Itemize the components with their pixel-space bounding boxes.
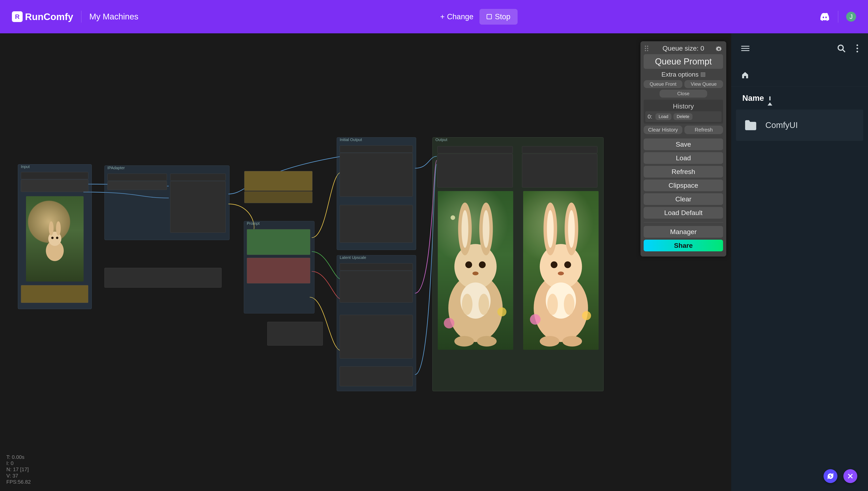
- checkbox-icon[interactable]: [701, 73, 705, 77]
- brand-logo[interactable]: R RunComfy: [12, 11, 73, 22]
- gear-icon[interactable]: [716, 46, 722, 52]
- stop-icon: [487, 14, 492, 19]
- svg-point-31: [558, 271, 564, 276]
- svg-point-21: [497, 307, 507, 316]
- queue-prompt-button[interactable]: Queue Prompt: [644, 54, 723, 69]
- vertical-divider: [838, 11, 838, 23]
- svg-point-39: [838, 45, 843, 50]
- save-button[interactable]: Save: [644, 139, 723, 150]
- svg-point-2: [49, 222, 54, 235]
- input-image: [26, 196, 84, 282]
- sidebar-header: [731, 33, 868, 63]
- svg-point-4: [51, 237, 54, 239]
- svg-point-30: [564, 261, 571, 268]
- refresh-fab[interactable]: [823, 469, 837, 483]
- svg-point-19: [477, 336, 497, 347]
- svg-point-18: [455, 336, 474, 347]
- svg-point-10: [462, 210, 468, 248]
- clipspace-button[interactable]: Clipspace: [644, 179, 723, 191]
- comfy-panel[interactable]: Queue size: 0 Queue Prompt Extra options…: [641, 41, 726, 257]
- file-list: ComfyUI: [731, 110, 868, 141]
- group-title: Output: [434, 137, 449, 142]
- history-load-button[interactable]: Load: [655, 113, 672, 120]
- stat-v: V: 37: [6, 473, 31, 479]
- svg-point-22: [451, 215, 455, 220]
- svg-point-29: [551, 261, 558, 268]
- more-icon[interactable]: [857, 45, 858, 52]
- topbar-left: R RunComfy My Machines: [12, 11, 138, 23]
- group-input[interactable]: Input: [18, 164, 92, 309]
- topbar: R RunComfy My Machines Change Stop J: [0, 0, 868, 33]
- avatar[interactable]: J: [846, 12, 856, 22]
- refresh-button[interactable]: Refresh: [644, 166, 723, 178]
- file-sidebar: Name ComfyUI: [731, 33, 868, 491]
- topbar-center: Change Stop: [440, 9, 518, 25]
- change-label: Change: [447, 12, 473, 21]
- svg-point-14: [472, 271, 479, 276]
- load-button[interactable]: Load: [644, 152, 723, 164]
- group-prompt[interactable]: Prompt: [244, 221, 315, 313]
- my-machines-link[interactable]: My Machines: [89, 12, 138, 22]
- queue-front-button[interactable]: Queue Front: [644, 80, 682, 88]
- mini-node[interactable]: [267, 322, 323, 346]
- svg-point-33: [547, 294, 558, 315]
- svg-point-37: [530, 314, 540, 324]
- svg-point-34: [564, 294, 574, 315]
- drag-handle-icon[interactable]: [645, 46, 648, 51]
- manager-button[interactable]: Manager: [644, 226, 723, 238]
- canvas-pane[interactable]: Input IPAdapter Prompt: [0, 33, 731, 491]
- discord-icon[interactable]: [819, 12, 830, 21]
- close-button[interactable]: Close: [659, 90, 707, 97]
- view-queue-button[interactable]: View Queue: [684, 80, 723, 88]
- stop-button[interactable]: Stop: [480, 9, 518, 25]
- group-ipadapter[interactable]: IPAdapter: [104, 166, 229, 240]
- extra-options-label: Extra options: [661, 71, 699, 78]
- svg-point-35: [540, 336, 560, 347]
- fab-container: [823, 469, 857, 483]
- refresh-history-button[interactable]: Refresh: [684, 125, 723, 134]
- clear-button[interactable]: Clear: [644, 193, 723, 205]
- file-item-comfyui[interactable]: ComfyUI: [736, 110, 863, 141]
- load-default-button[interactable]: Load Default: [644, 207, 723, 219]
- output-image-2: [523, 191, 599, 350]
- stat-i: I: 0: [6, 460, 31, 466]
- group-initial-output[interactable]: Initial Output: [337, 137, 416, 250]
- group-title: IPAdapter: [106, 165, 126, 171]
- node-standalone[interactable]: [244, 171, 313, 210]
- svg-point-28: [568, 210, 575, 248]
- refresh-icon: [827, 472, 834, 480]
- close-fab[interactable]: [843, 469, 857, 483]
- svg-point-3: [56, 222, 61, 235]
- svg-point-12: [465, 261, 472, 268]
- stat-n: N: 17 [17]: [6, 466, 31, 472]
- group-latent-upscale[interactable]: Latent Upscale: [337, 255, 416, 391]
- home-row[interactable]: [731, 63, 868, 86]
- clear-history-button[interactable]: Clear History: [644, 125, 682, 134]
- svg-point-11: [483, 210, 489, 248]
- brand-text: RunComfy: [25, 11, 73, 22]
- change-button[interactable]: Change: [440, 12, 473, 21]
- plus-icon: [440, 12, 444, 21]
- queue-size-label: Queue size: 0: [662, 45, 704, 52]
- svg-point-20: [444, 318, 454, 328]
- history-delete-button[interactable]: Delete: [673, 113, 693, 120]
- stat-fps: FPS:56.82: [6, 479, 31, 485]
- group-output[interactable]: Output: [432, 137, 603, 391]
- topbar-right: J: [819, 11, 856, 23]
- name-header[interactable]: Name: [731, 86, 868, 110]
- group-title: Input: [20, 164, 31, 169]
- group-title: Prompt: [246, 221, 261, 226]
- svg-point-38: [582, 311, 591, 320]
- history-index: 0:: [648, 113, 652, 120]
- share-button[interactable]: Share: [644, 240, 723, 251]
- search-icon[interactable]: [837, 44, 846, 53]
- folder-icon: [744, 120, 757, 131]
- extra-options-toggle[interactable]: Extra options: [644, 71, 723, 78]
- svg-point-36: [563, 336, 582, 347]
- history-row: 0: Load Delete: [645, 111, 722, 122]
- hamburger-icon[interactable]: [741, 45, 750, 52]
- arrow-up-icon: [767, 94, 772, 103]
- svg-point-16: [462, 294, 472, 315]
- mini-node[interactable]: [104, 268, 222, 288]
- close-icon: [847, 472, 854, 480]
